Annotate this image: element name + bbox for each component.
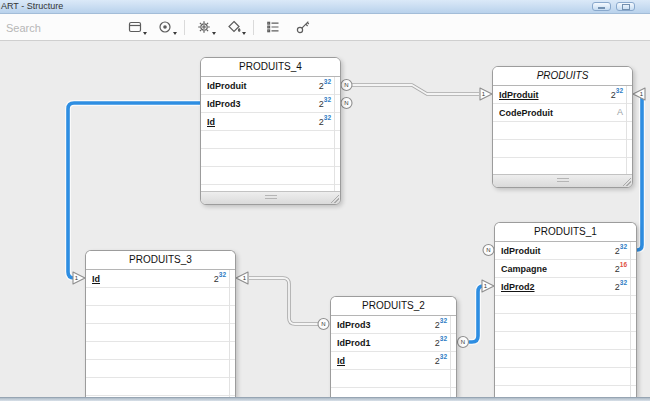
cardinality-many-marker[interactable]: N	[318, 319, 329, 330]
empty-field-row[interactable]	[86, 288, 235, 306]
tables-menu-button[interactable]	[123, 16, 147, 38]
cardinality-many-marker[interactable]: N	[483, 245, 494, 256]
search-input[interactable]	[4, 19, 113, 37]
empty-field-row[interactable]	[495, 386, 636, 397]
field-type-icon: 232	[611, 89, 623, 100]
field-type-icon: 216	[615, 263, 627, 274]
cardinality-one-marker[interactable]: 1	[482, 280, 494, 292]
field-row[interactable]: Id232	[86, 270, 235, 288]
table-title[interactable]: PRODUITS_2	[331, 297, 456, 316]
key-button[interactable]	[291, 16, 315, 38]
sort-list-icon	[265, 19, 281, 35]
cardinality-one-marker[interactable]: 1	[73, 272, 85, 284]
cardinality-many-marker[interactable]: N	[341, 98, 352, 109]
cardinality-many-marker[interactable]: N	[341, 80, 352, 91]
empty-field-row[interactable]	[493, 140, 632, 158]
field-row[interactable]: CodeProduitA	[493, 104, 632, 122]
empty-field-row[interactable]	[201, 167, 340, 185]
empty-field-row[interactable]	[495, 332, 636, 350]
svg-text:N: N	[461, 339, 465, 345]
field-row[interactable]: Id232	[331, 352, 456, 370]
table-produits[interactable]: PRODUITS IdProduit232CodeProduitA	[492, 66, 633, 188]
empty-field-row[interactable]	[86, 342, 235, 360]
field-name: CodeProduit	[499, 108, 617, 118]
field-row[interactable]: IdProduit232	[493, 86, 632, 104]
table-produits-4[interactable]: PRODUITS_4 IdProduit232IdProd3232Id232	[200, 57, 341, 205]
relation-produits2-produits3[interactable]	[249, 278, 318, 324]
svg-text:N: N	[344, 100, 348, 106]
empty-field-row[interactable]	[493, 122, 632, 140]
field-row[interactable]: Campagne216	[495, 260, 636, 278]
table-title[interactable]: PRODUITS	[493, 67, 632, 86]
svg-text:N: N	[321, 321, 325, 327]
relation-produits1-produits[interactable]	[636, 94, 645, 250]
display-options-button[interactable]	[153, 16, 177, 38]
field-row[interactable]: IdProd1232	[331, 334, 456, 352]
field-type-icon: 232	[319, 80, 331, 91]
field-row[interactable]: IdProd2232	[495, 278, 636, 296]
maximize-button[interactable]	[616, 2, 635, 11]
field-name: Id	[92, 274, 214, 284]
settings-button[interactable]	[192, 16, 216, 38]
empty-field-row[interactable]	[331, 370, 456, 388]
resize-handle-icon[interactable]	[330, 194, 339, 203]
field-type-icon: 232	[435, 337, 447, 348]
table-gutter	[630, 242, 631, 397]
cardinality-one-marker[interactable]: 1	[480, 88, 492, 100]
table-produits-1[interactable]: PRODUITS_1 IdProduit232Campagne216IdProd…	[494, 222, 637, 397]
field-name: IdProduit	[499, 90, 611, 100]
table-title[interactable]: PRODUITS_3	[86, 251, 235, 270]
field-type-icon: 232	[319, 116, 331, 127]
minimize-button[interactable]	[592, 2, 611, 11]
empty-field-row[interactable]	[201, 131, 340, 149]
sort-button[interactable]	[261, 16, 285, 38]
resize-handle-icon[interactable]	[622, 177, 631, 186]
empty-field-row[interactable]	[495, 368, 636, 386]
field-row[interactable]: IdProd3232	[201, 95, 340, 113]
empty-field-row[interactable]	[201, 149, 340, 167]
field-name: IdProd3	[207, 99, 319, 109]
minimize-icon	[598, 7, 605, 9]
empty-field-row[interactable]	[495, 296, 636, 314]
cardinality-many-marker[interactable]: N	[458, 337, 469, 348]
field-row[interactable]: IdProduit232	[495, 242, 636, 260]
empty-field-row[interactable]	[86, 378, 235, 396]
relation-produits4-produits[interactable]	[352, 85, 479, 94]
table-title[interactable]: PRODUITS_1	[495, 223, 636, 242]
titlebar: ART - Structure	[0, 0, 650, 14]
field-name: IdProd2	[501, 282, 615, 292]
empty-field-row[interactable]	[86, 324, 235, 342]
toolbar-separator	[253, 20, 254, 35]
grip-icon	[265, 195, 277, 200]
field-type-icon: 232	[435, 319, 447, 330]
chevron-down-icon	[173, 32, 177, 35]
cardinality-one-marker[interactable]: 1	[633, 88, 645, 100]
grip-icon	[557, 178, 569, 183]
cardinality-one-marker[interactable]: 1	[236, 272, 248, 284]
table-gutter	[626, 86, 627, 174]
display-options-eye-icon	[157, 19, 173, 35]
field-row[interactable]: Id232	[201, 113, 340, 131]
relation-produits2-produits1[interactable]	[469, 286, 483, 342]
empty-field-row[interactable]	[86, 306, 235, 324]
empty-field-row[interactable]	[331, 388, 456, 397]
color-bucket-icon	[226, 19, 242, 35]
color-button[interactable]	[222, 16, 246, 38]
field-row[interactable]: IdProd3232	[331, 316, 456, 334]
key-icon	[295, 19, 311, 35]
field-type-icon: 232	[615, 281, 627, 292]
table-footer[interactable]	[493, 174, 632, 187]
empty-field-row[interactable]	[495, 350, 636, 368]
structure-editor-window: N N N N N 1 1 1	[0, 0, 650, 401]
empty-field-row[interactable]	[86, 360, 235, 378]
field-row[interactable]: IdProduit232	[201, 77, 340, 95]
table-produits-3[interactable]: PRODUITS_3 Id232	[85, 250, 236, 397]
table-title[interactable]: PRODUITS_4	[201, 58, 340, 77]
empty-field-row[interactable]	[495, 314, 636, 332]
chevron-down-icon	[212, 32, 216, 35]
table-produits-2[interactable]: PRODUITS_2 IdProd3232IdProd1232Id232	[330, 296, 457, 397]
field-list: IdProd3232IdProd1232Id232	[331, 316, 456, 397]
window-bottom-edge	[0, 397, 650, 401]
table-footer[interactable]	[201, 191, 340, 204]
field-type-icon: 232	[615, 245, 627, 256]
